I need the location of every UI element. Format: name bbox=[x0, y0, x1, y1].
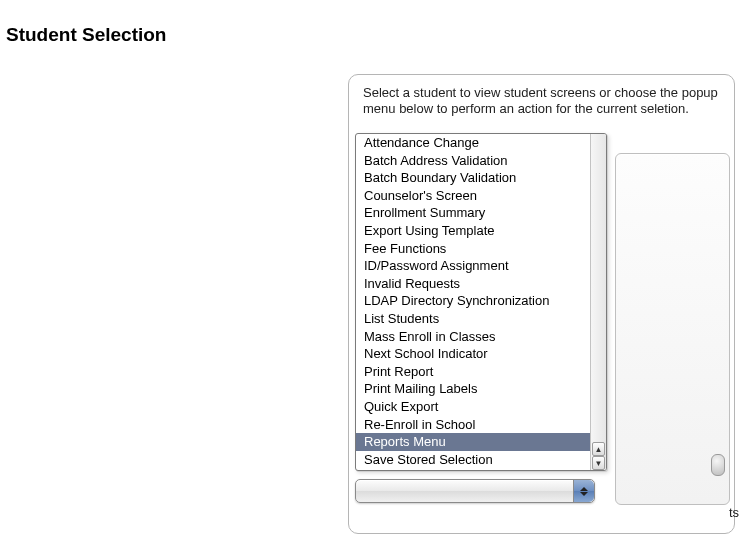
menu-item[interactable]: Save Stored Selection bbox=[356, 451, 591, 469]
menu-item[interactable]: List Students bbox=[356, 310, 591, 328]
menu-item[interactable]: Next School Indicator bbox=[356, 345, 591, 363]
menu-item[interactable]: Reports Menu bbox=[356, 433, 591, 451]
scroll-down-icon[interactable]: ▼ bbox=[592, 456, 605, 470]
page-title: Student Selection bbox=[6, 24, 166, 46]
menu-item[interactable]: Enrollment Summary bbox=[356, 204, 591, 222]
menu-item[interactable]: ID/Password Assignment bbox=[356, 257, 591, 275]
selection-panel: Select a student to view student screens… bbox=[348, 74, 735, 534]
menu-item[interactable]: Invalid Requests bbox=[356, 275, 591, 293]
functions-popup-select[interactable] bbox=[355, 479, 595, 503]
menu-item[interactable]: Mass Enroll in Classes bbox=[356, 328, 591, 346]
menu-item[interactable]: Counselor's Screen bbox=[356, 187, 591, 205]
occluded-label-fragment: ts bbox=[729, 505, 739, 520]
list-scrollbar[interactable]: ▲ ▼ bbox=[590, 134, 606, 470]
menu-item[interactable]: Print Report bbox=[356, 363, 591, 381]
functions-dropdown-list[interactable]: Attendance ChangeBatch Address Validatio… bbox=[355, 133, 607, 471]
menu-item[interactable]: Quick Export bbox=[356, 398, 591, 416]
menu-item[interactable]: Attendance Change bbox=[356, 134, 591, 152]
menu-item[interactable]: Print Mailing Labels bbox=[356, 380, 591, 398]
popup-arrows-icon[interactable] bbox=[573, 480, 594, 502]
menu-item[interactable]: Batch Boundary Validation bbox=[356, 169, 591, 187]
scroll-thumb-icon[interactable] bbox=[711, 454, 725, 476]
menu-item[interactable]: Re-Enroll in School bbox=[356, 416, 591, 434]
menu-item[interactable]: Fee Functions bbox=[356, 240, 591, 258]
menu-item[interactable]: LDAP Directory Synchronization bbox=[356, 292, 591, 310]
panel-instructions: Select a student to view student screens… bbox=[349, 75, 734, 124]
student-list-box[interactable] bbox=[615, 153, 730, 505]
scroll-up-icon[interactable]: ▲ bbox=[592, 442, 605, 456]
menu-item[interactable]: Export Using Template bbox=[356, 222, 591, 240]
menu-item[interactable]: Batch Address Validation bbox=[356, 152, 591, 170]
